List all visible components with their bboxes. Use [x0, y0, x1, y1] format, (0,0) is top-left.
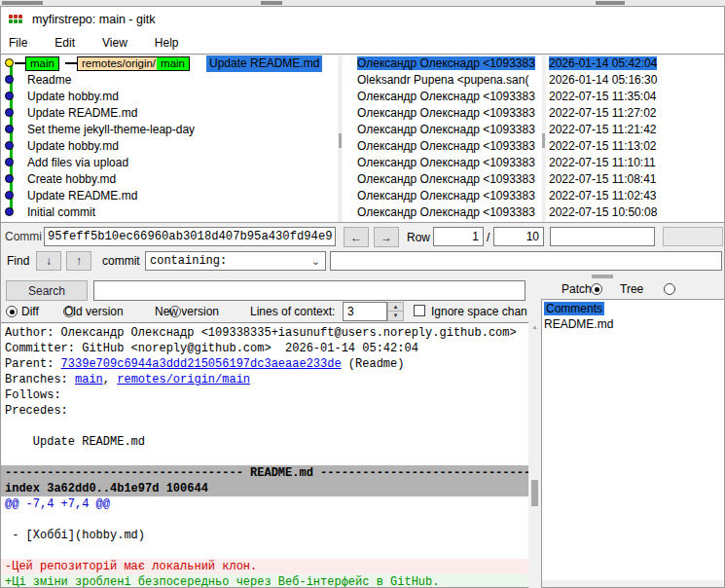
commit-date-row[interactable]: 2022-07-15 11:13:02 — [546, 138, 724, 155]
lines-of-context-input[interactable]: 3 — [343, 302, 387, 321]
file-list-item[interactable]: Comments — [542, 301, 724, 316]
diff-radio-label[interactable]: Diff — [21, 305, 39, 318]
commit-date-row[interactable]: 2022-07-15 11:02:43 — [546, 188, 724, 204]
row-current-field[interactable]: 1 — [433, 227, 484, 246]
sash-grip[interactable] — [339, 133, 342, 148]
history-back-button[interactable]: ← — [344, 227, 369, 247]
old-version-label[interactable]: Old version — [64, 305, 124, 318]
commit-graph-row[interactable]: Update hobby.md — [1, 89, 338, 105]
remote-ref-origin-main[interactable]: remotes/origin/main — [77, 56, 190, 71]
commit-graph-row[interactable]: Add files via upload — [1, 155, 338, 171]
commit-date-row[interactable]: 2022-07-15 11:21:42 — [546, 122, 724, 138]
date-pane[interactable]: 2026-01-14 05:42:042026-01-14 05:16:3020… — [546, 55, 724, 222]
diff-details-pane[interactable]: Author: Олександр Олекснадр <109338335+i… — [1, 322, 528, 587]
search-button[interactable]: Search — [6, 280, 88, 301]
commit-author-row[interactable]: Олександр Олекснадр <1093383 — [343, 55, 542, 72]
lines-of-context-stepper[interactable]: ▲ ▼ — [387, 302, 404, 321]
commit-subject[interactable]: Set theme jekyll-theme-leap-day — [1, 122, 195, 138]
commit-date-row[interactable]: 2026-01-14 05:42:04 — [546, 55, 724, 72]
commit-graph-row[interactable]: Readme — [1, 72, 338, 89]
commit-author-row[interactable]: Олександр Олекснадр <1093383 — [343, 188, 542, 204]
sash-grip[interactable] — [592, 275, 613, 278]
title-bar[interactable]: myfirstrepo: main - gitk — [1, 7, 724, 32]
menu-view[interactable]: View — [94, 36, 139, 50]
commit-graph-row[interactable]: Update README.md — [1, 105, 338, 122]
search-input[interactable] — [93, 280, 526, 301]
commit-subject[interactable]: Initial commit — [1, 204, 95, 221]
commit-graph-row[interactable]: Initial commit — [1, 204, 338, 221]
file-list-hscrollbar[interactable] — [541, 580, 724, 587]
chevron-down-icon: ⌄ — [311, 255, 320, 268]
commit-graph-row[interactable]: Update README.md — [1, 188, 338, 204]
menu-edit[interactable]: Edit — [47, 36, 87, 50]
commit-subject[interactable]: Update README.md — [1, 188, 137, 204]
file-list-item[interactable]: README.md — [542, 316, 724, 332]
commit-date: 2026-01-14 05:42:04 — [549, 56, 657, 70]
patch-radio[interactable] — [591, 283, 602, 295]
status-field — [550, 227, 655, 246]
commit-author-row[interactable]: Oleksandr Pupena <pupena.san( — [343, 72, 542, 89]
commit-date-row[interactable]: 2022-07-15 10:50:08 — [546, 204, 724, 221]
commit-subject[interactable]: Create hobby.md — [1, 171, 116, 188]
commit-subject[interactable]: Update hobby.md — [1, 89, 119, 105]
commit-author-row[interactable]: Олександр Олекснадр <1093383 — [343, 122, 542, 138]
tree-radio-label[interactable]: Tree — [620, 282, 643, 296]
spin-up-icon[interactable]: ▲ — [388, 303, 403, 312]
diff-radio[interactable] — [6, 306, 18, 317]
ignore-space-checkbox[interactable] — [414, 305, 425, 316]
commit-date-row[interactable]: 2022-07-15 11:27:02 — [546, 105, 724, 122]
commit-subject[interactable]: Update README.md — [206, 55, 322, 72]
scrollbar-thumb[interactable] — [531, 480, 538, 506]
commit-subject[interactable]: Update hobby.md — [1, 138, 119, 155]
find-prev-button[interactable]: ↑ — [66, 251, 91, 271]
diff-line-blank — [5, 419, 528, 434]
commit-graph-row[interactable]: mainremotes/origin/mainUpdate README.md — [1, 55, 338, 72]
commit-graph-row[interactable]: Set theme jekyll-theme-leap-day — [1, 122, 338, 138]
spin-down-icon[interactable]: ▼ — [388, 312, 403, 320]
commit-subject[interactable]: Update README.md — [1, 105, 137, 122]
commit-graph-row[interactable]: Update hobby.md — [1, 138, 338, 155]
remote-ref-head: main — [157, 57, 189, 70]
commit-link[interactable]: main — [75, 373, 103, 386]
commit-label: commit — [102, 254, 140, 268]
commit-id-label: Commit ID — [5, 230, 42, 243]
commit-graph-row[interactable]: Create hobby.md — [1, 171, 338, 188]
diff-line-hunk: @@ -7,4 +7,4 @@ — [5, 496, 528, 512]
find-next-button[interactable]: ↓ — [36, 251, 61, 271]
file-list-pane[interactable]: CommentsREADME.md — [541, 299, 724, 580]
commit-author-row[interactable]: Олександр Олекснадр <1093383 — [343, 171, 542, 188]
commit-date: 2022-07-15 11:35:04 — [549, 90, 657, 103]
commit-dot-icon — [5, 125, 14, 133]
commit-author-row[interactable]: Олександр Олекснадр <1093383 — [343, 155, 542, 171]
menu-help[interactable]: Help — [147, 36, 191, 50]
commit-date: 2022-07-15 11:27:02 — [549, 106, 657, 120]
graph-pane[interactable]: mainremotes/origin/mainUpdate README.mdR… — [1, 55, 338, 222]
sash-grip[interactable] — [542, 133, 545, 148]
menu-file[interactable]: File — [1, 36, 39, 50]
find-match-dropdown[interactable]: containing: ⌄ — [145, 251, 326, 271]
new-version-label[interactable]: New version — [155, 305, 219, 318]
commit-subject[interactable]: Add files via upload — [1, 155, 128, 171]
commit-author-row[interactable]: Олександр Олекснадр <1093383 — [343, 105, 542, 122]
branch-ref-main[interactable]: main — [25, 56, 59, 71]
commit-date-row[interactable]: 2022-07-15 11:08:41 — [546, 171, 724, 188]
commit-date-row[interactable]: 2022-07-15 11:10:11 — [546, 155, 724, 171]
commit-author-row[interactable]: Олександр Олекснадр <1093383 — [343, 89, 542, 105]
history-forward-button[interactable]: → — [374, 227, 399, 247]
commit-link[interactable]: 7339e709c6944a3ddd215056197dc3aeaae233de — [61, 357, 342, 371]
commit-author-row[interactable]: Олександр Олекснадр <1093383 — [343, 204, 542, 221]
commit-date-row[interactable]: 2022-07-15 11:35:04 — [546, 89, 724, 105]
ignore-space-label[interactable]: Ignore space chan — [431, 305, 528, 318]
commit-date-row[interactable]: 2026-01-14 05:16:30 — [546, 72, 724, 89]
diff-line-plain: Update README.md — [5, 434, 528, 450]
patch-radio-label[interactable]: Patch — [562, 282, 592, 296]
vertical-paned-sash[interactable] — [1, 273, 724, 279]
find-input[interactable] — [330, 251, 722, 271]
diff-scrollbar[interactable]: ▲ — [528, 322, 541, 588]
row-total-field[interactable]: 10 — [493, 227, 544, 246]
commit-link[interactable]: remotes/origin/main — [117, 373, 250, 386]
commit-author-row[interactable]: Олександр Олекснадр <1093383 — [343, 138, 542, 155]
commit-id-input[interactable]: 95feff5b10ec66960ab3018d407b95a430fd94e9 — [44, 227, 336, 246]
author-pane[interactable]: Олександр Олекснадр <1093383Oleksandr Pu… — [343, 55, 542, 222]
scroll-up-icon[interactable]: ▲ — [528, 322, 541, 332]
